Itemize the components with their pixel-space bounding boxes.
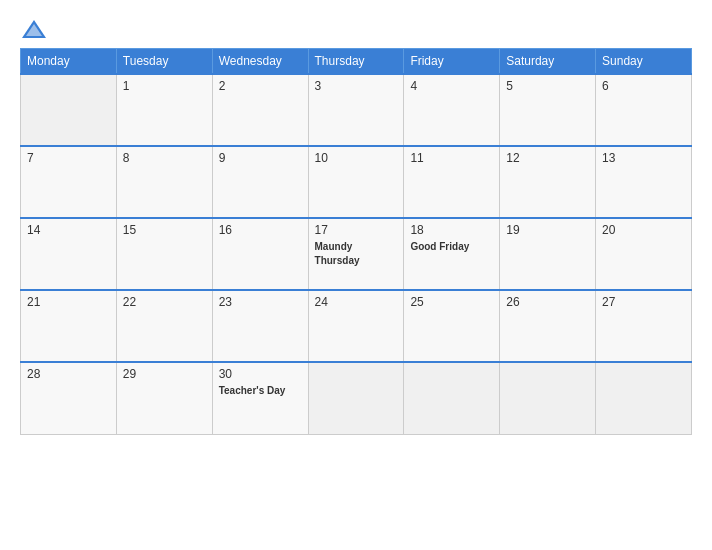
calendar-event: Teacher's Day	[219, 385, 286, 396]
day-number: 25	[410, 295, 493, 309]
calendar-cell: 8	[116, 146, 212, 218]
day-number: 28	[27, 367, 110, 381]
day-number: 16	[219, 223, 302, 237]
calendar-cell: 3	[308, 74, 404, 146]
calendar-cell: 7	[21, 146, 117, 218]
top-bar	[20, 18, 692, 40]
day-number: 1	[123, 79, 206, 93]
day-number: 10	[315, 151, 398, 165]
calendar-cell: 2	[212, 74, 308, 146]
day-number: 12	[506, 151, 589, 165]
day-number: 7	[27, 151, 110, 165]
calendar-cell: 12	[500, 146, 596, 218]
logo	[20, 18, 50, 40]
calendar-cell: 11	[404, 146, 500, 218]
page: MondayTuesdayWednesdayThursdayFridaySatu…	[0, 0, 712, 550]
weekday-header-monday: Monday	[21, 49, 117, 75]
day-number: 2	[219, 79, 302, 93]
day-number: 4	[410, 79, 493, 93]
day-number: 20	[602, 223, 685, 237]
day-number: 15	[123, 223, 206, 237]
calendar-cell: 18Good Friday	[404, 218, 500, 290]
day-number: 5	[506, 79, 589, 93]
calendar-week-row: 282930Teacher's Day	[21, 362, 692, 434]
calendar-cell: 15	[116, 218, 212, 290]
calendar-cell: 28	[21, 362, 117, 434]
calendar-cell: 19	[500, 218, 596, 290]
calendar-cell: 13	[596, 146, 692, 218]
day-number: 29	[123, 367, 206, 381]
calendar-cell: 27	[596, 290, 692, 362]
calendar-cell	[500, 362, 596, 434]
day-number: 30	[219, 367, 302, 381]
day-number: 8	[123, 151, 206, 165]
calendar-cell: 26	[500, 290, 596, 362]
calendar-cell: 23	[212, 290, 308, 362]
day-number: 26	[506, 295, 589, 309]
day-number: 24	[315, 295, 398, 309]
day-number: 6	[602, 79, 685, 93]
calendar-cell: 10	[308, 146, 404, 218]
day-number: 21	[27, 295, 110, 309]
calendar-body: 1234567891011121314151617Maundy Thursday…	[21, 74, 692, 434]
day-number: 11	[410, 151, 493, 165]
day-number: 17	[315, 223, 398, 237]
calendar-cell: 22	[116, 290, 212, 362]
weekday-header-sunday: Sunday	[596, 49, 692, 75]
calendar-week-row: 78910111213	[21, 146, 692, 218]
calendar-week-row: 14151617Maundy Thursday18Good Friday1920	[21, 218, 692, 290]
weekday-header-friday: Friday	[404, 49, 500, 75]
weekday-header-row: MondayTuesdayWednesdayThursdayFridaySatu…	[21, 49, 692, 75]
calendar-cell	[404, 362, 500, 434]
weekday-header-saturday: Saturday	[500, 49, 596, 75]
day-number: 14	[27, 223, 110, 237]
calendar-cell: 25	[404, 290, 500, 362]
calendar-cell	[21, 74, 117, 146]
calendar-cell	[596, 362, 692, 434]
day-number: 19	[506, 223, 589, 237]
calendar-cell: 21	[21, 290, 117, 362]
day-number: 23	[219, 295, 302, 309]
calendar-cell: 24	[308, 290, 404, 362]
day-number: 18	[410, 223, 493, 237]
calendar-cell: 30Teacher's Day	[212, 362, 308, 434]
day-number: 3	[315, 79, 398, 93]
calendar-cell: 1	[116, 74, 212, 146]
weekday-header-tuesday: Tuesday	[116, 49, 212, 75]
calendar-event: Good Friday	[410, 241, 469, 252]
day-number: 13	[602, 151, 685, 165]
logo-icon	[20, 18, 48, 40]
calendar-event: Maundy Thursday	[315, 241, 360, 266]
calendar-cell: 5	[500, 74, 596, 146]
weekday-header-thursday: Thursday	[308, 49, 404, 75]
calendar-cell: 20	[596, 218, 692, 290]
calendar-cell: 16	[212, 218, 308, 290]
calendar-cell: 6	[596, 74, 692, 146]
calendar-week-row: 21222324252627	[21, 290, 692, 362]
calendar-cell: 29	[116, 362, 212, 434]
calendar-cell	[308, 362, 404, 434]
calendar-cell: 17Maundy Thursday	[308, 218, 404, 290]
calendar-cell: 9	[212, 146, 308, 218]
day-number: 22	[123, 295, 206, 309]
calendar-cell: 14	[21, 218, 117, 290]
calendar-cell: 4	[404, 74, 500, 146]
day-number: 9	[219, 151, 302, 165]
calendar-week-row: 123456	[21, 74, 692, 146]
weekday-header-wednesday: Wednesday	[212, 49, 308, 75]
calendar-header: MondayTuesdayWednesdayThursdayFridaySatu…	[21, 49, 692, 75]
day-number: 27	[602, 295, 685, 309]
calendar-table: MondayTuesdayWednesdayThursdayFridaySatu…	[20, 48, 692, 435]
